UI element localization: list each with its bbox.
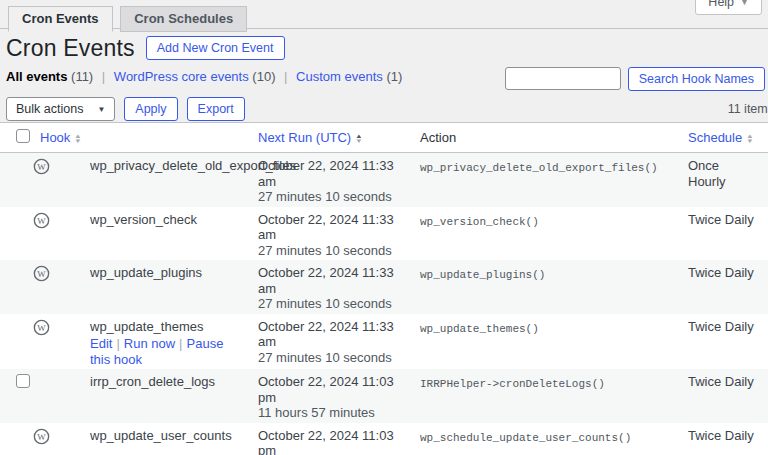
wordpress-icon: W xyxy=(33,265,50,282)
filter-all-events[interactable]: All events xyxy=(6,69,67,84)
page-header: Cron Events Add New Cron Event xyxy=(6,34,768,62)
schedule-cell: Twice Daily xyxy=(678,260,768,314)
column-label: Schedule xyxy=(688,130,742,145)
sort-arrows-icon: ▲▼ xyxy=(747,134,753,144)
help-button-label: Help xyxy=(708,0,734,9)
next-run-cell: October 22, 2024 11:03 pm11 hours 57 min… xyxy=(248,369,410,423)
filter-wordpress-core-events-count: (10) xyxy=(252,69,275,84)
next-run-date: October 22, 2024 11:03 pm xyxy=(258,428,400,455)
row-actions: Edit|Run now|Pause this hook xyxy=(90,336,238,367)
schedule-cell: Twice Daily xyxy=(678,423,768,455)
search-input[interactable] xyxy=(505,67,621,90)
hook-name: wp_update_themes xyxy=(90,319,203,334)
filter-wordpress-core-events[interactable]: WordPress core events xyxy=(114,69,249,84)
next-run-cell: October 22, 2024 11:33 am27 minutes 10 s… xyxy=(248,314,410,370)
search-hook-names-button[interactable]: Search Hook Names xyxy=(628,67,765,91)
sort-arrows-icon: ▲▼ xyxy=(356,134,362,144)
row-action-separator: | xyxy=(116,336,119,351)
schedule-cell: Once Hourly xyxy=(678,153,768,207)
schedule-cell: Twice Daily xyxy=(678,207,768,261)
action-cell: IRRPHelper->cronDeleteLogs() xyxy=(410,369,678,423)
help-button[interactable]: Help ▼ xyxy=(695,0,762,15)
action-cell: wp_update_plugins() xyxy=(410,260,678,314)
row-select-cell: W xyxy=(0,207,30,261)
svg-text:W: W xyxy=(37,162,46,172)
action-cell: wp_version_check() xyxy=(410,207,678,261)
action-cell: wp_privacy_delete_old_export_files() xyxy=(410,153,678,207)
table-row: Wwp_update_pluginsOctober 22, 2024 11:33… xyxy=(0,260,768,314)
wordpress-icon: W xyxy=(33,428,50,445)
wordpress-icon: W xyxy=(33,212,50,229)
filter-row: All events (11) | WordPress core events … xyxy=(6,64,765,94)
apply-button[interactable]: Apply xyxy=(124,97,177,121)
select-all-checkbox[interactable] xyxy=(16,129,30,143)
svg-text:W: W xyxy=(37,431,46,441)
filter-all-events-count: (11) xyxy=(71,69,93,84)
schedule-cell: Twice Daily xyxy=(678,369,768,423)
column-header-next-run-utc[interactable]: Next Run (UTC)▲▼ xyxy=(248,123,410,153)
next-run-cell: October 22, 2024 11:33 am27 minutes 10 s… xyxy=(248,260,410,314)
table-toolbar: Bulk actions ▼ Apply Export 11 items xyxy=(6,96,768,122)
tab-cron-events[interactable]: Cron Events xyxy=(8,6,113,32)
next-run-cell: October 22, 2024 11:03 pm11 hours 57 min… xyxy=(248,423,410,455)
filter-separator: | xyxy=(102,69,105,84)
table-row: irrp_cron_delete_logsOctober 22, 2024 11… xyxy=(0,369,768,423)
sort-arrows-icon: ▲▼ xyxy=(75,134,81,144)
row-select-cell: W xyxy=(0,423,30,455)
table-row: Wwp_version_checkOctober 22, 2024 11:33 … xyxy=(0,207,768,261)
table-row: Wwp_update_user_countsOctober 22, 2024 1… xyxy=(0,423,768,455)
hook-name: wp_update_user_counts xyxy=(90,428,232,443)
row-select-cell: W xyxy=(0,260,30,314)
row-select-cell xyxy=(0,369,30,423)
column-label: Next Run (UTC) xyxy=(258,130,351,145)
schedule-cell: Twice Daily xyxy=(678,314,768,370)
column-label: Action xyxy=(420,130,456,145)
item-count: 11 items xyxy=(728,102,768,116)
next-run-countdown: 27 minutes 10 seconds xyxy=(258,296,400,312)
next-run-date: October 22, 2024 11:33 am xyxy=(258,319,400,350)
next-run-date: October 22, 2024 11:33 am xyxy=(258,265,400,296)
column-header-action: Action xyxy=(410,123,678,153)
action-cell: wp_update_themes() xyxy=(410,314,678,370)
add-new-cron-event-button[interactable]: Add New Cron Event xyxy=(146,36,285,60)
hook-name: wp_update_plugins xyxy=(90,265,202,280)
row-select-cell: W xyxy=(0,153,30,207)
page-title: Cron Events xyxy=(6,35,135,62)
row-action-edit[interactable]: Edit xyxy=(90,336,112,351)
next-run-countdown: 27 minutes 10 seconds xyxy=(258,350,400,366)
column-header-schedule[interactable]: Schedule▲▼ xyxy=(678,123,768,153)
row-checkbox[interactable] xyxy=(16,374,30,388)
wordpress-icon: W xyxy=(33,158,50,175)
next-run-cell: October 22, 2024 11:33 am27 minutes 10 s… xyxy=(248,153,410,207)
table-row: Wwp_update_themesEdit|Run now|Pause this… xyxy=(0,314,768,370)
export-button[interactable]: Export xyxy=(187,97,245,121)
event-filters: All events (11) | WordPress core events … xyxy=(6,64,402,84)
bulk-actions-select[interactable]: Bulk actions ▼ xyxy=(6,97,115,121)
bulk-actions-label: Bulk actions xyxy=(16,102,83,116)
column-header-hook[interactable]: Hook▲▼ xyxy=(30,123,248,153)
row-action-separator: | xyxy=(179,336,182,351)
hook-cell: wp_version_check xyxy=(30,207,248,261)
nav-tab-bar: Cron Events Cron Schedules xyxy=(0,0,768,29)
wordpress-icon: W xyxy=(33,319,50,336)
chevron-down-icon: ▼ xyxy=(740,0,749,7)
next-run-countdown: 27 minutes 10 seconds xyxy=(258,243,400,259)
filter-custom-events[interactable]: Custom events xyxy=(296,69,383,84)
hook-cell: irrp_cron_delete_logs xyxy=(30,369,248,423)
next-run-date: October 22, 2024 11:33 am xyxy=(258,212,400,243)
cron-events-table: Hook▲▼Next Run (UTC)▲▼ActionSchedule▲▼ W… xyxy=(0,122,768,455)
hook-name: irrp_cron_delete_logs xyxy=(90,374,215,389)
select-all-cell xyxy=(0,123,30,153)
hook-name: wp_version_check xyxy=(90,212,197,227)
table-header-row: Hook▲▼Next Run (UTC)▲▼ActionSchedule▲▼ xyxy=(0,123,768,153)
next-run-cell: October 22, 2024 11:33 am27 minutes 10 s… xyxy=(248,207,410,261)
hook-cell: wp_update_plugins xyxy=(30,260,248,314)
next-run-countdown: 11 hours 57 minutes xyxy=(258,405,400,421)
next-run-date: October 22, 2024 11:03 pm xyxy=(258,374,400,405)
chevron-down-icon: ▼ xyxy=(97,105,105,114)
table-head: Hook▲▼Next Run (UTC)▲▼ActionSchedule▲▼ xyxy=(0,123,768,153)
table-body: Wwp_privacy_delete_old_export_filesOctob… xyxy=(0,153,768,455)
tab-cron-schedules[interactable]: Cron Schedules xyxy=(120,6,247,32)
row-action-run-now[interactable]: Run now xyxy=(124,336,175,351)
search-box: Search Hook Names xyxy=(505,64,765,91)
